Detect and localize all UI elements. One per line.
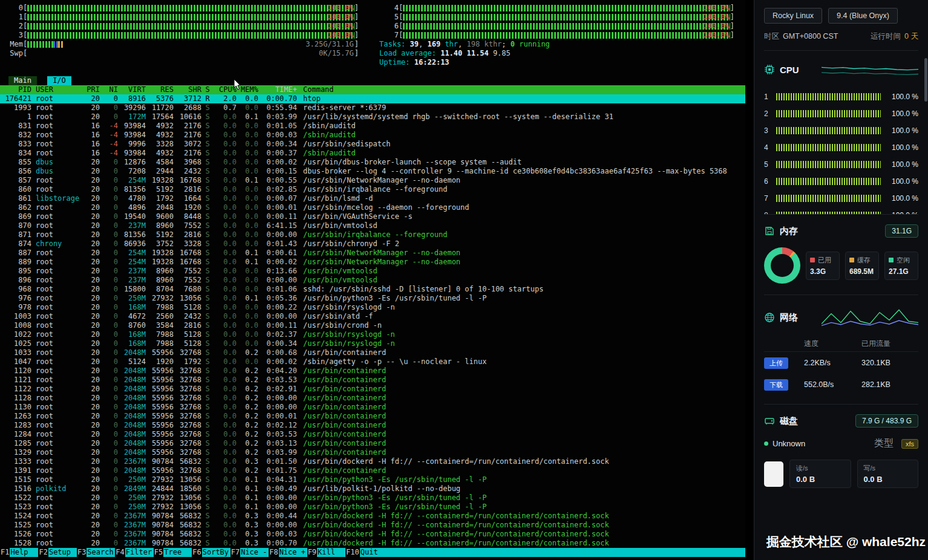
process-row[interactable]: 976root200250M2793213056S0.00.10:05.36/u… <box>0 294 745 303</box>
cpu-meter: 3[100.0%] <box>4 31 359 40</box>
disk-write-label: 写/s <box>864 464 912 473</box>
tab-main[interactable]: Main <box>8 76 37 85</box>
disk-thumbnail-icon <box>764 461 783 487</box>
process-row[interactable]: 978root200168M79885128S0.00.00:00.22/usr… <box>0 303 745 312</box>
swap-meter: Swp[0K/15.7G] <box>4 49 359 58</box>
network-traffic-chart <box>822 305 918 330</box>
process-row[interactable]: 871root2008135651922816S0.00.00:00.00/us… <box>0 230 745 239</box>
process-row[interactable]: 1522root200250M2793213056S0.00.10:00.00/… <box>0 493 745 503</box>
fkey-f7[interactable]: F7Nice - <box>230 548 269 557</box>
cpu-meter: 7[100.0%] <box>379 31 734 40</box>
process-row[interactable]: 1333root2002367M9078456832S0.00.30:01.50… <box>0 457 745 466</box>
process-row[interactable]: 1283root2002048M5595632768S0.00.20:02.12… <box>0 421 745 430</box>
process-row[interactable]: 1391root2002048M5595632768S0.00.20:01.75… <box>0 466 745 475</box>
process-row[interactable]: 887root200254M1932816768S0.00.10:00.61/u… <box>0 249 745 258</box>
app-root: 0[100.0%]1[100.0%]2[100.0%]3[100.0%] Mem… <box>0 0 928 560</box>
disk-write-box: 写/s 0.0 B <box>857 460 919 488</box>
fkey-f4[interactable]: F4Filter <box>115 548 153 557</box>
process-row[interactable]: 874chrony2008693637523328S0.00.00:01.43/… <box>0 239 745 249</box>
cpu-core-meter: 5100.0 % <box>764 156 918 173</box>
swap-usage-text: 0K/15.7G <box>319 49 354 58</box>
process-row[interactable]: 1022root200168M79885128S0.00.00:02.37/us… <box>0 330 745 339</box>
process-row[interactable]: 1025root200168M79885128S0.00.00:00.34/us… <box>0 339 745 348</box>
fkey-f9[interactable]: F9Kill <box>307 548 345 557</box>
panel-scrollbar-thumb[interactable] <box>924 58 927 102</box>
disk-read-value: 0.0 B <box>796 475 845 484</box>
process-row[interactable]: 1128root2002048M5595632768S0.00.20:00.00… <box>0 394 745 403</box>
process-row[interactable]: 1285root2002048M5595632768S0.00.20:03.13… <box>0 439 745 448</box>
process-row[interactable]: 1263root2002048M5595632768S0.00.20:00.01… <box>0 412 745 421</box>
process-table-header[interactable]: PIDUSERPRINIVIRTRESSHRSCPU%MEM%TIME+Comm… <box>0 85 745 94</box>
process-row[interactable]: 869root2001954096008448S0.00.00:00.11/us… <box>0 212 745 221</box>
process-row[interactable]: 834root16-49398449322176S0.00.00:00.37/s… <box>0 149 745 158</box>
process-row[interactable]: 1284root2002048M5595632768S0.00.20:03.53… <box>0 430 745 439</box>
process-row[interactable]: 856dbus200720829442432S0.00.00:00.15dbus… <box>0 167 745 176</box>
upload-total: 320.1KB <box>861 359 918 367</box>
process-row[interactable]: 857root200254M1932816768S0.00.10:00.55/u… <box>0 176 745 185</box>
process-row[interactable]: 1993root20039296117202688S0.70.00:55.94r… <box>0 103 745 112</box>
process-row[interactable]: 1528root2002367M9078456832S0.00.30:00.70… <box>0 539 745 548</box>
speed-column-header: 速度 <box>804 339 861 349</box>
htop-header-meters: 0[100.0%]1[100.0%]2[100.0%]3[100.0%] Mem… <box>0 0 745 67</box>
process-row[interactable]: 862root200489620481920S0.00.00:00.01/usr… <box>0 203 745 212</box>
os-name-button[interactable]: Rocky Linux <box>764 8 822 24</box>
process-row[interactable]: 176421root200891653763712R2.00.00:00.70h… <box>0 94 745 103</box>
process-row[interactable]: 968root2001580087047680S0.00.00:01.06ssh… <box>0 285 745 294</box>
process-row[interactable]: 1524root2002367M9078456832S0.00.30:00.44… <box>0 512 745 521</box>
process-row[interactable]: 889root200254M1932816768S0.00.10:00.02/u… <box>0 258 745 267</box>
network-globe-icon <box>764 312 775 323</box>
process-row[interactable]: 1329root2002048M5595632768S0.00.20:03.99… <box>0 448 745 457</box>
process-row[interactable]: 870root200237M89607552S0.00.06:41.15/usr… <box>0 221 745 230</box>
process-row[interactable]: 896root200237M89607552S0.00.00:00.00/usr… <box>0 276 745 285</box>
disk-read-label: 读/s <box>796 464 845 473</box>
process-row[interactable]: 831root16-49398449322176S0.00.00:01.05/s… <box>0 122 745 131</box>
process-row[interactable]: 1033root2002048M5595632768S0.00.20:00.68… <box>0 348 745 357</box>
process-row[interactable]: 1523root200250M2793213056S0.00.10:00.00/… <box>0 503 745 512</box>
tab-io[interactable]: I/O <box>47 76 71 85</box>
fkey-f10[interactable]: F10Quit <box>345 548 388 557</box>
fkey-f6[interactable]: F6SortBy <box>192 548 230 557</box>
watermark: 掘金技术社区 @ whale52hz <box>766 533 926 550</box>
upload-badge: 上传 <box>764 357 788 369</box>
process-row[interactable]: 1122root2002048M5595632768S0.00.20:02.91… <box>0 385 745 394</box>
process-row[interactable]: 1121root2002048M5595632768S0.00.20:03.53… <box>0 376 745 385</box>
process-row[interactable]: 860root2008135651922816S0.00.00:02.85/us… <box>0 185 745 194</box>
fkey-f2[interactable]: F2Setup <box>38 548 76 557</box>
process-row[interactable]: 1root200172M1756410616S0.00.10:03.99/usr… <box>0 112 745 122</box>
cpu-meter: 5[100.0%] <box>379 13 734 22</box>
panel-gap <box>745 0 754 560</box>
cpu-core-meter: 2100.0 % <box>764 105 918 122</box>
memory-legend-used: 已用 3.3G <box>806 252 840 280</box>
cpu-meter: 4[100.0%] <box>379 4 734 13</box>
process-row[interactable]: 833root16-4999633283072S0.00.00:00.34/us… <box>0 140 745 149</box>
process-row[interactable]: 1515root200250M2793213056S0.00.10:04.31/… <box>0 475 745 484</box>
process-row[interactable]: 855dbus2001287645843968S0.00.00:00.02/us… <box>0 158 745 167</box>
fkey-f8[interactable]: F8Nice + <box>269 548 307 557</box>
memory-section-title: 内存 <box>780 226 798 237</box>
process-row[interactable]: 832root16-49398449322176S0.00.00:00.03/s… <box>0 131 745 140</box>
cpu-meter: 2[100.0%] <box>4 22 359 31</box>
tasks-line: Tasks: 39, 169 thr, 198 kthr; 0 running <box>379 40 734 49</box>
htop-screen-tabs: Main I/O <box>0 76 745 85</box>
fkey-f1[interactable]: F1Help <box>0 548 38 557</box>
process-row[interactable]: 1130root2002048M5595632768S0.00.20:00.00… <box>0 403 745 412</box>
meters-left-column: 0[100.0%]1[100.0%]2[100.0%]3[100.0%] Mem… <box>4 4 359 67</box>
cpu-section-title: CPU <box>780 65 799 75</box>
process-row[interactable]: 1516polkitd2002849M2484418560S0.00.10:00… <box>0 484 745 493</box>
os-version-button[interactable]: 9.4 (Blue Onyx) <box>828 8 898 24</box>
process-row[interactable]: 1525root2002367M9078456832S0.00.30:00.00… <box>0 521 745 530</box>
process-row[interactable]: 861libstorage200478017921664S0.00.00:00.… <box>0 194 745 203</box>
process-row[interactable]: 1526root2002367M9078456832S0.00.30:00.03… <box>0 530 745 539</box>
cpu-meter: 0[100.0%] <box>4 4 359 13</box>
timezone-label: 时区 <box>764 32 779 41</box>
process-row[interactable]: 1120root2002048M5595632768S0.00.20:04.20… <box>0 366 745 376</box>
fkey-f5[interactable]: F5Tree <box>154 548 192 557</box>
process-row[interactable]: 1047root200512419201792S0.00.00:00.02/sb… <box>0 357 745 366</box>
process-row[interactable]: 895root200237M89607552S0.00.00:13.66/usr… <box>0 267 745 276</box>
process-row[interactable]: 1003root200467225602432S0.00.00:00.00/us… <box>0 312 745 321</box>
upload-row: 上传 2.2KB/s 320.1KB <box>764 352 918 374</box>
fkey-f3[interactable]: F3Search <box>77 548 115 557</box>
cache-color-swatch <box>849 258 854 262</box>
memory-icon <box>764 226 775 236</box>
process-row[interactable]: 1008root200876035842816S0.00.00:00.11/us… <box>0 321 745 330</box>
